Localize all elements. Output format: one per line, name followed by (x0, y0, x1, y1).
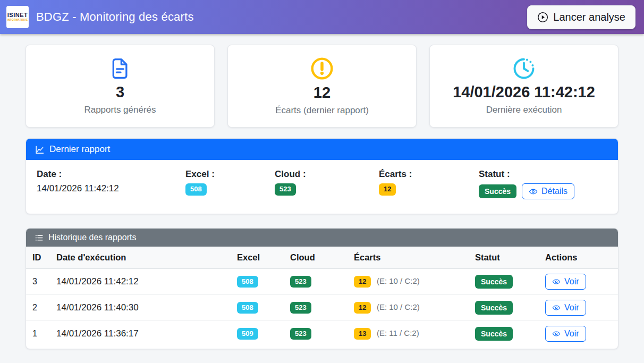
logo-subtext: INFORMATIQUE (7, 19, 28, 22)
last-report-date-col: Date : 14/01/2026 11:42:12 (37, 169, 185, 199)
cloud-badge: 523 (290, 328, 311, 340)
last-report-panel: Dernier rapport Date : 14/01/2026 11:42:… (26, 138, 618, 214)
details-label: Détails (541, 187, 567, 196)
ecarts-detail: (E: 10 / C:2) (377, 302, 420, 311)
col-header-actions: Actions (539, 247, 618, 269)
table-row: 2 14/01/2026 11:40:30 508 523 12 (E: 10 … (26, 295, 618, 321)
history-table: ID Date d'exécution Excel Cloud Écarts S… (26, 247, 618, 347)
history-header: Historique des rapports (26, 229, 618, 247)
eye-icon (552, 277, 561, 286)
excel-badge: 508 (185, 183, 207, 196)
line-chart-icon (35, 145, 45, 155)
details-button[interactable]: Détails (522, 183, 574, 199)
col-header-excel: Excel (231, 247, 284, 269)
col-header-id: ID (26, 247, 50, 269)
excel-badge: 508 (237, 302, 258, 314)
history-panel: Historique des rapports ID Date d'exécut… (26, 228, 618, 349)
stat-label-last-run: Dernière exécution (486, 105, 562, 115)
file-text-icon (110, 57, 130, 80)
stat-card-reports: 3 Rapports générés (26, 45, 215, 128)
statut-badge: Succès (475, 275, 513, 289)
launch-analysis-button[interactable]: Lancer analyse (527, 5, 635, 29)
launch-analysis-label: Lancer analyse (553, 11, 625, 23)
excel-badge: 508 (237, 276, 258, 288)
history-title: Historique des rapports (48, 233, 136, 242)
main-content: 3 Rapports générés 12 Écarts (dernier ra… (0, 34, 644, 349)
statut-badge: Succès (475, 327, 513, 341)
cloud-badge: 523 (275, 183, 296, 196)
view-label: Voir (564, 277, 579, 286)
ecarts-badge: 12 (354, 276, 371, 288)
excel-badge: 509 (237, 328, 258, 340)
cell-date: 14/01/2026 11:42:12 (50, 269, 231, 295)
eye-icon (552, 303, 561, 312)
last-report-ecarts-col: Écarts : 12 (379, 169, 479, 199)
last-report-header: Dernier rapport (26, 139, 618, 160)
view-label: Voir (564, 303, 579, 313)
view-label: Voir (564, 329, 579, 339)
date-value: 14/01/2026 11:42:12 (37, 183, 185, 194)
statut-label: Statut : (479, 169, 607, 180)
cell-date: 14/01/2026 11:40:30 (50, 295, 231, 321)
list-icon (35, 233, 44, 242)
stat-value-last-run: 14/01/2026 11:42:12 (453, 83, 595, 101)
view-button[interactable]: Voir (545, 326, 586, 342)
ecarts-detail: (E: 10 / C:2) (377, 276, 420, 285)
last-report-excel-col: Excel : 508 (185, 169, 275, 199)
logo-text: ISINET (7, 12, 28, 18)
page-title: BDGZ - Monitoring des écarts (36, 10, 194, 24)
statut-badge: Succès (479, 184, 516, 198)
statut-line: Succès Détails (479, 183, 607, 199)
stat-card-ecarts: 12 Écarts (dernier rapport) (227, 45, 417, 128)
stat-value-reports: 3 (116, 83, 124, 101)
cell-id: 2 (26, 295, 50, 321)
col-header-ecarts: Écarts (348, 247, 469, 269)
ecarts-detail: (E: 11 / C:2) (377, 328, 419, 337)
clock-icon (513, 57, 535, 80)
date-label: Date : (37, 169, 185, 180)
stat-label-reports: Rapports générés (84, 105, 156, 115)
isinet-logo: ISINET INFORMATIQUE (6, 6, 29, 28)
col-header-date: Date d'exécution (50, 247, 231, 269)
view-button[interactable]: Voir (545, 274, 586, 290)
excel-label: Excel : (185, 169, 275, 180)
eye-icon (529, 187, 538, 196)
cloud-badge: 523 (290, 276, 311, 288)
cell-id: 3 (26, 269, 50, 295)
table-header-row: ID Date d'exécution Excel Cloud Écarts S… (26, 247, 618, 269)
exclamation-circle-icon (310, 57, 334, 80)
ecarts-badge: 12 (379, 183, 396, 196)
last-report-statut-col: Statut : Succès Détails (479, 169, 607, 199)
stats-row: 3 Rapports générés 12 Écarts (dernier ra… (26, 45, 618, 128)
cell-date: 14/01/2026 11:36:17 (50, 321, 231, 347)
ecarts-label: Écarts : (379, 169, 479, 180)
statut-badge: Succès (475, 301, 513, 315)
eye-icon (552, 330, 561, 338)
app-header: ISINET INFORMATIQUE BDGZ - Monitoring de… (0, 0, 644, 34)
last-report-cloud-col: Cloud : 523 (275, 169, 379, 199)
last-report-title: Dernier rapport (49, 144, 110, 155)
view-button[interactable]: Voir (545, 300, 586, 316)
last-report-body: Date : 14/01/2026 11:42:12 Excel : 508 C… (26, 160, 618, 214)
cloud-badge: 523 (290, 302, 311, 314)
col-header-statut: Statut (469, 247, 539, 269)
stat-label-ecarts: Écarts (dernier rapport) (275, 105, 369, 116)
ecarts-badge: 13 (354, 328, 371, 340)
play-circle-icon (537, 12, 548, 23)
col-header-cloud: Cloud (284, 247, 348, 269)
cloud-label: Cloud : (275, 169, 379, 180)
stat-card-last-run: 14/01/2026 11:42:12 Dernière exécution (429, 45, 618, 128)
cell-id: 1 (26, 321, 50, 347)
ecarts-badge: 12 (354, 302, 371, 314)
table-row: 1 14/01/2026 11:36:17 509 523 13 (E: 11 … (26, 321, 618, 347)
stat-value-ecarts: 12 (313, 84, 331, 102)
table-row: 3 14/01/2026 11:42:12 508 523 12 (E: 10 … (26, 269, 618, 295)
